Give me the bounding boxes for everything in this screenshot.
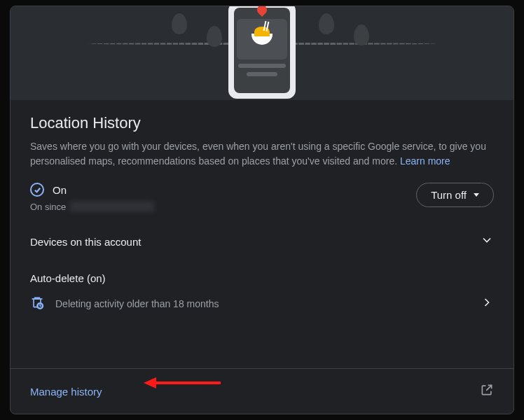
status-since-date-redacted [70, 201, 154, 212]
hero-illustration [11, 6, 513, 100]
auto-delete-trash-icon [30, 295, 44, 312]
map-pin-icon [255, 6, 269, 17]
status-state-label: On [53, 184, 67, 196]
status-on-icon [30, 183, 44, 197]
manage-history-link[interactable]: Manage history [30, 386, 102, 398]
auto-delete-title: Auto-delete (on) [30, 272, 494, 284]
open-external-icon[interactable] [480, 383, 494, 400]
auto-delete-detail: Deleting activity older than 18 months [55, 298, 219, 309]
section-description: Saves where you go with your devices, ev… [30, 139, 494, 169]
caret-down-icon [474, 193, 479, 197]
status-since-prefix: On since [30, 202, 66, 212]
learn-more-link[interactable]: Learn more [400, 155, 450, 167]
section-heading: Location History [30, 114, 494, 132]
devices-accordion[interactable]: Devices on this account [30, 233, 494, 250]
location-history-card: Location History Saves where you go with… [10, 6, 514, 414]
auto-delete-row[interactable]: Deleting activity older than 18 months [30, 295, 494, 312]
turn-off-button[interactable]: Turn off [416, 183, 494, 207]
chevron-right-icon [480, 295, 494, 312]
chevron-down-icon [480, 233, 494, 250]
